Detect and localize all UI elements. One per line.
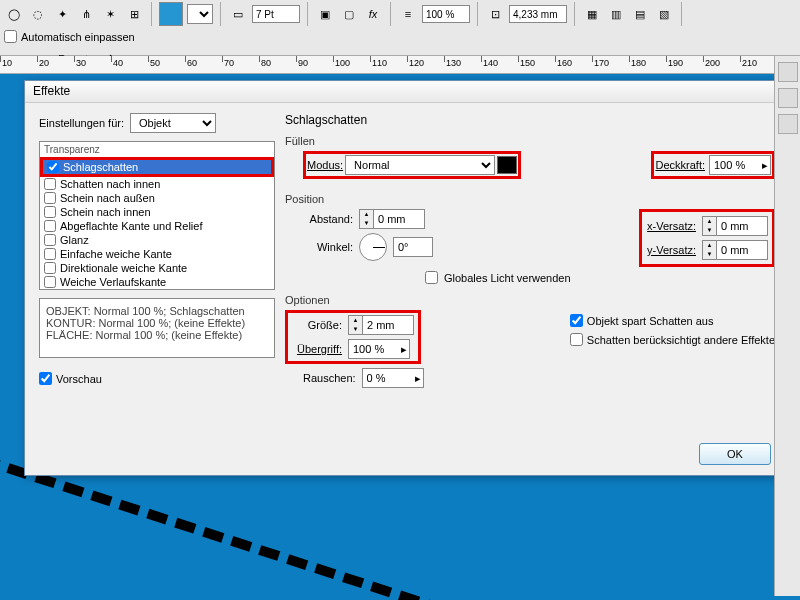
preview-checkbox[interactable]	[39, 372, 52, 385]
tool-icon[interactable]: ⋔	[76, 4, 96, 24]
effect-checkbox[interactable]	[47, 161, 59, 173]
zoom-input[interactable]	[422, 5, 470, 23]
grid-icon[interactable]: ▦	[582, 4, 602, 24]
stroke-weight-input[interactable]	[252, 5, 300, 23]
noise-input[interactable]: ▸	[362, 368, 424, 388]
stroke-select[interactable]	[187, 4, 213, 24]
effect-item[interactable]: Glanz	[40, 233, 274, 247]
auto-fit-checkbox[interactable]: Automatisch einpassen	[4, 30, 135, 43]
tool-icon[interactable]: ✦	[52, 4, 72, 24]
right-panel-dock	[774, 56, 800, 596]
y-offset-input[interactable]: ▲▼	[702, 240, 768, 260]
tool-icon[interactable]: ⊞	[124, 4, 144, 24]
horizontal-ruler: 1020304050607080901001101201301401501601…	[0, 56, 800, 74]
effect-label: Schlagschatten	[63, 161, 138, 173]
align-icon[interactable]: ≡	[398, 4, 418, 24]
color-swatch[interactable]	[159, 2, 183, 26]
mode-label: Modus:	[307, 159, 343, 171]
dashed-path	[0, 454, 476, 600]
top-toolbar: ◯ ◌ ✦ ⋔ ✶ ⊞ ▭ ▣ ▢ fx ≡ ⊡ ▦ ▥ ▤ ▧ Automat…	[0, 0, 800, 56]
x-offset-label: x-Versatz:	[646, 220, 696, 232]
global-light-checkbox[interactable]	[425, 271, 438, 284]
distance-label: Abstand:	[303, 213, 353, 225]
y-offset-label: y-Versatz:	[646, 244, 696, 256]
effects-list: Transparenz Schlagschatten Schatten nach…	[39, 141, 275, 290]
knockout-checkbox[interactable]	[570, 314, 583, 327]
spread-input[interactable]: ▸	[348, 339, 410, 359]
knockout-label: Objekt spart Schatten aus	[587, 315, 714, 327]
effect-item-schlagschatten[interactable]: Schlagschatten	[43, 160, 271, 174]
frame-icon[interactable]: ⊡	[485, 4, 505, 24]
global-light-label: Globales Licht verwenden	[444, 272, 571, 284]
mode-select[interactable]: Normal	[345, 155, 495, 175]
noise-label: Rauschen:	[303, 372, 356, 384]
canvas-area: Effekte Einstellungen für: Objekt Transp…	[0, 74, 800, 594]
honors-checkbox[interactable]	[570, 333, 583, 346]
panel-icon[interactable]	[778, 114, 798, 134]
effect-item[interactable]: Direktionale weiche Kante	[40, 261, 274, 275]
panel-icon[interactable]	[778, 62, 798, 82]
angle-input[interactable]	[393, 237, 433, 257]
position-group-title: Position	[285, 193, 775, 205]
opacity-label: Deckkraft:	[655, 159, 705, 171]
shadow-color-swatch[interactable]	[497, 156, 517, 174]
preview-label: Vorschau	[56, 373, 102, 385]
stroke-icon[interactable]: ▭	[228, 4, 248, 24]
grid-icon[interactable]: ▤	[630, 4, 650, 24]
fx-label-icon[interactable]: fx	[363, 4, 383, 24]
effect-item[interactable]: Schein nach außen	[40, 191, 274, 205]
ok-button[interactable]: OK	[699, 443, 771, 465]
fill-group-title: Füllen	[285, 135, 775, 147]
settings-for-select[interactable]: Objekt	[130, 113, 216, 133]
fx-icon[interactable]: ▢	[339, 4, 359, 24]
effect-item[interactable]: Schein nach innen	[40, 205, 274, 219]
info-summary: OBJEKT: Normal 100 %; Schlagschatten KON…	[39, 298, 275, 358]
height-input[interactable]	[509, 5, 567, 23]
angle-dial[interactable]	[359, 233, 387, 261]
tool-icon[interactable]: ◌	[28, 4, 48, 24]
grid-icon[interactable]: ▧	[654, 4, 674, 24]
spread-label: Übergriff:	[292, 343, 342, 355]
transparency-heading: Transparenz	[40, 142, 274, 157]
settings-for-label: Einstellungen für:	[39, 117, 124, 129]
honors-label: Schatten berücksichtigt andere Effekte	[587, 334, 775, 346]
tool-icon[interactable]: ✶	[100, 4, 120, 24]
distance-input[interactable]: ▲▼	[359, 209, 425, 229]
size-input[interactable]: ▲▼	[348, 315, 414, 335]
effect-item[interactable]: Abgeflachte Kante und Relief	[40, 219, 274, 233]
grid-icon[interactable]: ▥	[606, 4, 626, 24]
dialog-title: Effekte	[25, 81, 789, 103]
size-label: Größe:	[292, 319, 342, 331]
section-title: Schlagschatten	[285, 113, 775, 127]
effects-dialog: Effekte Einstellungen für: Objekt Transp…	[24, 80, 790, 476]
tool-icon[interactable]: ◯	[4, 4, 24, 24]
effect-item[interactable]: Weiche Verlaufskante	[40, 275, 274, 289]
fx-icon[interactable]: ▣	[315, 4, 335, 24]
panel-icon[interactable]	[778, 88, 798, 108]
options-group-title: Optionen	[285, 294, 775, 306]
x-offset-input[interactable]: ▲▼	[702, 216, 768, 236]
effect-item[interactable]: Einfache weiche Kante	[40, 247, 274, 261]
effect-item[interactable]: Schatten nach innen	[40, 177, 274, 191]
angle-label: Winkel:	[303, 241, 353, 253]
opacity-input[interactable]: ▸	[709, 155, 771, 175]
